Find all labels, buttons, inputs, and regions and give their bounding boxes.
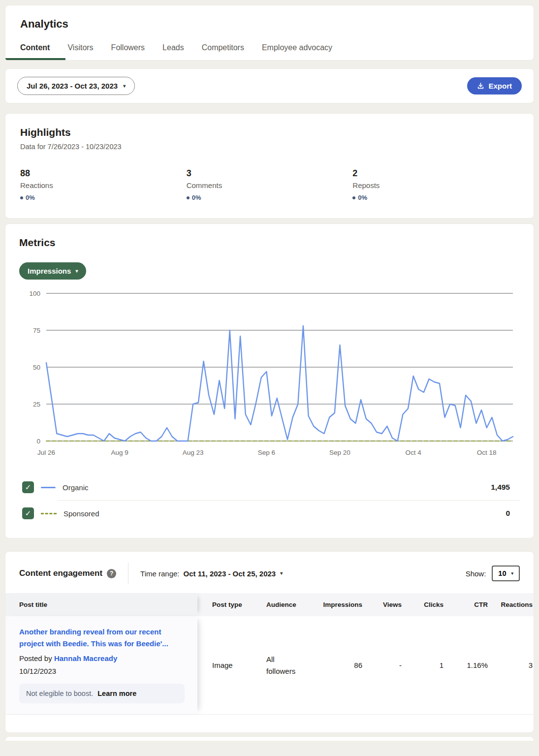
svg-text:100: 100 (29, 290, 40, 297)
delta-dot-icon (187, 196, 190, 199)
export-button[interactable]: Export (467, 77, 522, 94)
column-header-ctr: CTR (444, 593, 488, 616)
active-tab-indicator (5, 58, 65, 60)
date-range-dropdown[interactable]: Jul 26, 2023 - Oct 23, 2023 ▾ (17, 77, 135, 95)
svg-text:Aug 9: Aug 9 (111, 449, 128, 456)
stat-delta: 0% (20, 194, 187, 201)
legend-label: Sponsored (63, 509, 99, 518)
tab-leads[interactable]: Leads (162, 43, 184, 52)
header-card: Analytics Content Visitors Followers Lea… (5, 5, 534, 61)
tab-visitors[interactable]: Visitors (67, 43, 93, 52)
help-icon[interactable]: ? (107, 569, 116, 578)
chevron-down-icon: ▾ (123, 84, 126, 89)
svg-text:0: 0 (36, 438, 40, 445)
column-header-post-type: Post type (197, 593, 247, 616)
stat-delta: 0% (187, 194, 353, 201)
stat-label: Comments (187, 181, 353, 189)
check-icon: ✓ (25, 509, 32, 518)
post-date: 10/12/2023 (19, 667, 185, 675)
svg-text:50: 50 (33, 364, 40, 371)
post-title-cell: Another branding reveal from our recent … (5, 616, 197, 714)
organic-checkbox[interactable]: ✓ (22, 481, 34, 493)
svg-text:Sep 6: Sep 6 (258, 449, 275, 456)
boost-note: Not elegible to boost. (26, 690, 93, 697)
tab-followers[interactable]: Followers (111, 43, 145, 52)
stat-delta: 0% (352, 194, 519, 201)
stat-value: 88 (20, 168, 187, 179)
organic-line-swatch-icon (41, 487, 56, 488)
time-range-value: Oct 11, 2023 - Oct 25, 2023 (184, 569, 276, 578)
post-title-link[interactable]: Another branding reveal from our recent … (19, 626, 185, 650)
highlights-stats: 88 Reactions 0% 3 Comments 0% 2 Reposts (20, 168, 519, 201)
post-type-cell: Image (197, 616, 247, 714)
table-row: Another branding reveal from our recent … (5, 616, 534, 715)
legend-row-organic: ✓ Organic 1,495 (19, 474, 520, 500)
svg-text:Oct 18: Oct 18 (477, 449, 497, 456)
reactions-cell: 3 (488, 616, 534, 714)
delta-value: 0% (358, 194, 367, 201)
delta-dot-icon (352, 196, 355, 199)
views-cell: - (362, 616, 402, 714)
analytics-page: Analytics Content Visitors Followers Lea… (0, 0, 539, 741)
legend-row-sponsored: ✓ Sponsored 0 (19, 501, 520, 526)
stat-label: Reactions (20, 181, 187, 189)
column-header-reactions: Reactions (488, 593, 534, 616)
svg-text:75: 75 (33, 327, 40, 334)
sponsored-checkbox[interactable]: ✓ (22, 507, 34, 519)
tab-competitors[interactable]: Competitors (202, 43, 244, 52)
svg-text:Aug 23: Aug 23 (183, 449, 204, 456)
check-icon: ✓ (25, 483, 32, 492)
clicks-cell: 1 (402, 616, 444, 714)
legend-label: Organic (63, 483, 89, 492)
show-count-value: 10 (498, 569, 506, 577)
show-label: Show: (466, 569, 486, 578)
column-header-impressions: Impressions (298, 593, 362, 616)
tab-content[interactable]: Content (20, 43, 50, 52)
author-link[interactable]: Hannah Macready (54, 654, 117, 662)
chart-legend: ✓ Organic 1,495 ✓ Sponsored 0 (19, 474, 520, 526)
ctr-cell: 1.16% (444, 616, 488, 714)
content-engagement-card: Content engagement ? Time range: Oct 11,… (5, 551, 534, 733)
delta-value: 0% (192, 194, 201, 201)
metric-selector-dropdown[interactable]: Impressions ▾ (19, 262, 86, 280)
column-header-clicks: Clicks (402, 593, 444, 616)
tab-bar: Content Visitors Followers Leads Competi… (5, 31, 534, 60)
table-footer-strip (5, 715, 534, 732)
show-count-select[interactable]: 10 ▾ (492, 566, 520, 581)
engagement-title: Content engagement (19, 568, 102, 578)
show-group: Show: 10 ▾ (466, 566, 520, 581)
column-header-post-title: Post title (5, 593, 197, 616)
chevron-down-icon: ▾ (511, 571, 513, 576)
svg-text:Sep 20: Sep 20 (329, 449, 350, 456)
download-icon (477, 82, 484, 90)
legend-total: 0 (506, 509, 517, 518)
tab-employee-advocacy[interactable]: Employee advocacy (262, 43, 332, 52)
stat-value: 2 (352, 168, 519, 179)
highlights-title: Highlights (20, 126, 519, 138)
delta-dot-icon (20, 196, 23, 199)
metric-selector-value: Impressions (28, 267, 71, 275)
impressions-cell: 86 (298, 616, 362, 714)
stat-reposts: 2 Reposts 0% (352, 168, 519, 201)
toolbar-card: Jul 26, 2023 - Oct 23, 2023 ▾ Export (5, 68, 534, 103)
svg-text:25: 25 (33, 401, 40, 408)
audience-cell: All followers (247, 616, 298, 714)
chevron-down-icon: ▾ (75, 269, 78, 274)
highlights-card: Highlights Data for 7/26/2023 - 10/23/20… (5, 113, 534, 219)
stat-label: Reposts (352, 181, 519, 189)
column-header-views: Views (362, 593, 402, 616)
vertical-divider (128, 563, 128, 584)
date-range-value: Jul 26, 2023 - Oct 23, 2023 (27, 82, 118, 90)
next-card-top-edge (5, 736, 534, 741)
column-header-audience: Audience (247, 593, 298, 616)
time-range-label: Time range: (140, 569, 179, 578)
delta-value: 0% (26, 194, 35, 201)
posted-by-line: Posted by Hannah Macready (19, 654, 185, 662)
metrics-title: Metrics (19, 237, 520, 249)
time-range-dropdown[interactable]: Oct 11, 2023 - Oct 25, 2023 ▾ (184, 569, 283, 578)
learn-more-link[interactable]: Learn more (97, 690, 136, 697)
chevron-down-icon: ▾ (280, 571, 283, 576)
engagement-header: Content engagement ? Time range: Oct 11,… (5, 552, 534, 593)
svg-text:Jul 26: Jul 26 (37, 449, 55, 456)
legend-total: 1,495 (491, 483, 517, 492)
